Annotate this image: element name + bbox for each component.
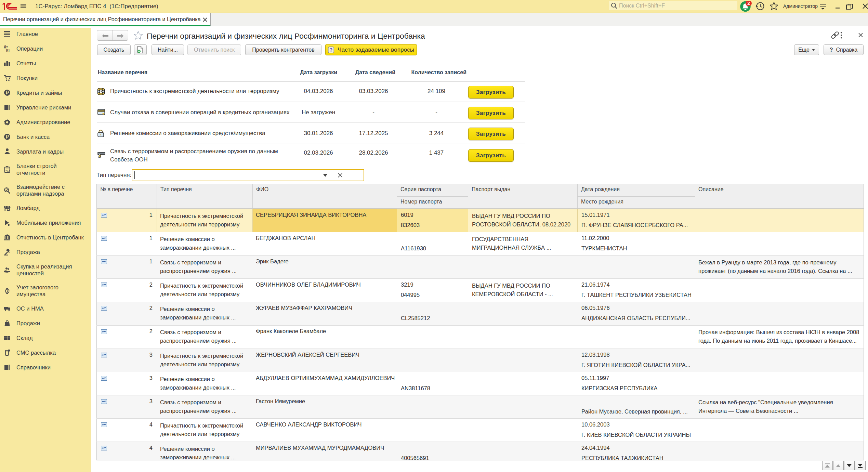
svg-text:Кт: Кт: [6, 49, 10, 52]
svg-text:2: 2: [747, 1, 750, 6]
svg-text:?: ?: [330, 47, 333, 53]
